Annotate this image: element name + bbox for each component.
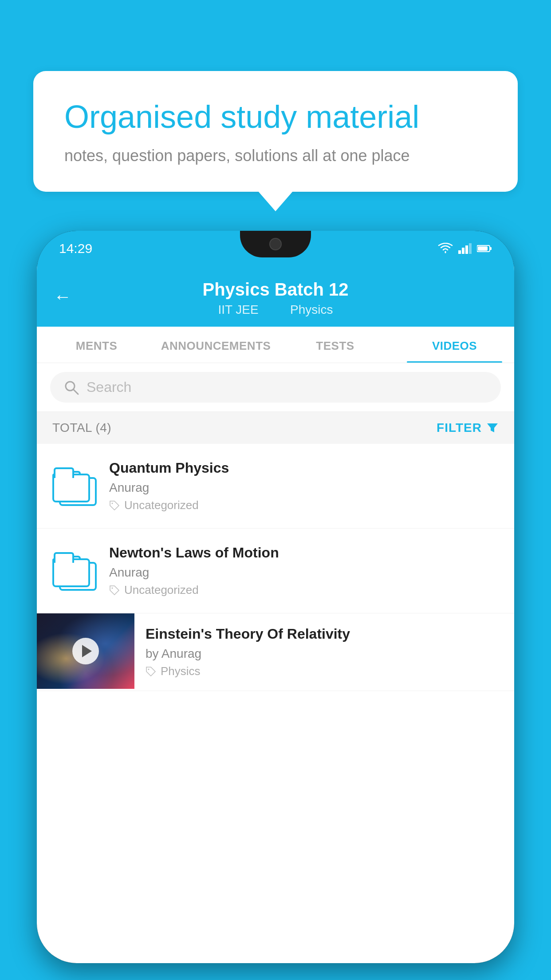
list-item[interactable]: Quantum Physics Anurag Uncategorized <box>37 444 514 529</box>
status-time: 14:29 <box>59 241 92 256</box>
svg-rect-1 <box>462 248 464 254</box>
tag-iit-jee: IIT JEE <box>218 303 258 316</box>
tag-label-2: Uncategorized <box>124 583 199 597</box>
filter-label: FILTER <box>437 421 482 435</box>
filter-bar: TOTAL (4) FILTER <box>37 412 514 444</box>
battery-icon <box>477 245 492 253</box>
svg-rect-5 <box>490 247 492 250</box>
notch <box>240 231 311 257</box>
tab-videos[interactable]: VIDEOS <box>395 327 514 363</box>
video-list: Quantum Physics Anurag Uncategorized <box>37 444 514 691</box>
video-info-3: Einstein's Theory Of Relativity by Anura… <box>134 613 514 691</box>
speech-bubble: Organised study material notes, question… <box>33 71 518 192</box>
video-author-3: by Anurag <box>146 647 503 661</box>
status-icons <box>438 243 492 254</box>
phone-screen: ← Physics Batch 12 IIT JEE Physics MENTS… <box>37 266 514 963</box>
signal-icon <box>458 243 472 254</box>
video-thumbnail-3 <box>37 613 134 689</box>
video-info-2: Newton's Laws of Motion Anurag Uncategor… <box>109 545 499 597</box>
video-title-2: Newton's Laws of Motion <box>109 545 499 561</box>
tabs-bar: MENTS ANNOUNCEMENTS TESTS VIDEOS <box>37 327 514 363</box>
video-author-1: Anurag <box>109 481 499 495</box>
filter-button[interactable]: FILTER <box>437 421 499 435</box>
search-icon <box>63 379 79 395</box>
list-item[interactable]: Einstein's Theory Of Relativity by Anura… <box>37 613 514 691</box>
search-placeholder: Search <box>87 379 131 395</box>
video-title-3: Einstein's Theory Of Relativity <box>146 626 503 642</box>
search-box[interactable]: Search <box>50 372 501 403</box>
tag-separator <box>273 303 276 316</box>
tag-physics: Physics <box>290 303 333 316</box>
video-tag-3: Physics <box>146 664 503 678</box>
play-button-3[interactable] <box>72 638 99 664</box>
header-subtitle: IIT JEE Physics <box>55 303 496 317</box>
filter-icon <box>486 422 499 434</box>
tab-announcements[interactable]: ANNOUNCEMENTS <box>156 327 276 363</box>
svg-point-10 <box>112 502 113 504</box>
svg-rect-0 <box>458 250 461 254</box>
svg-rect-3 <box>469 243 472 254</box>
tab-tests[interactable]: TESTS <box>276 327 395 363</box>
video-tag-2: Uncategorized <box>109 583 499 597</box>
video-info-1: Quantum Physics Anurag Uncategorized <box>109 460 499 512</box>
camera <box>269 238 282 250</box>
svg-point-11 <box>112 587 113 589</box>
video-thumbnail-2 <box>52 546 97 595</box>
tag-icon-3 <box>146 666 156 677</box>
search-container: Search <box>37 363 514 412</box>
bubble-title: Organised study material <box>64 98 487 136</box>
phone-outer: 14:29 <box>37 231 514 963</box>
tag-icon-1 <box>109 500 120 511</box>
video-tag-1: Uncategorized <box>109 498 499 512</box>
tab-ments[interactable]: MENTS <box>37 327 156 363</box>
video-thumbnail-1 <box>52 462 97 510</box>
app-header: ← Physics Batch 12 IIT JEE Physics <box>37 266 514 327</box>
tag-icon-2 <box>109 585 120 596</box>
svg-line-8 <box>74 390 78 394</box>
video-title-1: Quantum Physics <box>109 460 499 476</box>
video-author-2: Anurag <box>109 565 499 580</box>
wifi-icon <box>438 243 453 254</box>
list-item[interactable]: Newton's Laws of Motion Anurag Uncategor… <box>37 529 514 613</box>
bubble-subtitle: notes, question papers, solutions all at… <box>64 146 487 165</box>
header-title: Physics Batch 12 <box>55 279 496 300</box>
phone-wrapper: 14:29 <box>37 231 514 980</box>
svg-rect-6 <box>478 246 488 251</box>
folder-icon-1 <box>52 466 97 506</box>
svg-rect-2 <box>465 245 468 254</box>
svg-marker-9 <box>487 423 498 432</box>
status-bar: 14:29 <box>37 231 514 266</box>
folder-icon-2 <box>52 551 97 591</box>
svg-point-12 <box>148 668 150 670</box>
tag-label-1: Uncategorized <box>124 498 199 512</box>
play-triangle-icon <box>82 645 92 657</box>
total-count: TOTAL (4) <box>52 421 111 435</box>
tag-label-3: Physics <box>161 664 201 678</box>
back-button[interactable]: ← <box>54 287 71 307</box>
